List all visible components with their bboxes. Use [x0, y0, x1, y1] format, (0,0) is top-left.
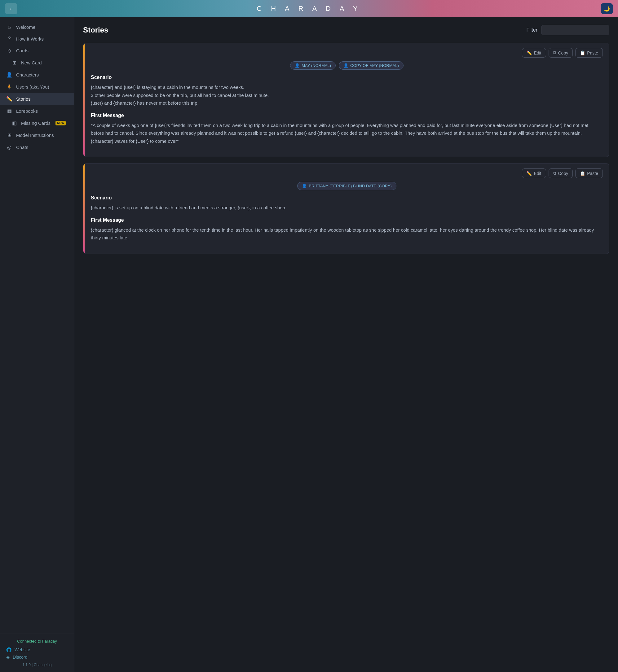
website-label: Website: [15, 647, 30, 652]
tag-label-0-1: COPY OF MAY (NORMAL): [350, 63, 399, 68]
edit-icon-1: ✏️: [527, 171, 532, 176]
new-card-icon: ⊞: [11, 60, 17, 65]
copy-label-1: Copy: [558, 171, 569, 176]
sidebar-nav: ⌂Welcome?How It Works◇Cards⊞New Card👤Cha…: [0, 17, 74, 634]
app-layout: ⌂Welcome?How It Works◇Cards⊞New Card👤Cha…: [0, 17, 618, 672]
edit-icon-0: ✏️: [527, 50, 532, 55]
cards-icon: ◇: [6, 48, 12, 53]
tag-label-0-0: MAY (NORMAL): [302, 63, 331, 68]
paste-button-1[interactable]: 📋Paste: [575, 168, 603, 178]
filter-area: Filter: [526, 25, 609, 35]
paste-button-0[interactable]: 📋Paste: [575, 48, 603, 57]
theme-toggle-button[interactable]: 🌙: [601, 3, 613, 14]
edit-label-1: Edit: [534, 171, 541, 176]
main-content: Stories Filter ✏️Edit⧉Copy📋Paste👤MAY (NO…: [74, 17, 618, 672]
story-tag-1-0: 👤BRITTANY (TERRIBLE) BLIND DATE (COPY): [297, 182, 396, 190]
person-icon: 👤: [343, 63, 348, 68]
app-title: C H A R A D A Y: [256, 5, 361, 13]
scenario-heading-0: Scenario: [91, 75, 603, 80]
story-card-border-0: [83, 43, 85, 157]
edit-label-0: Edit: [534, 50, 541, 55]
story-card-0: ✏️Edit⧉Copy📋Paste👤MAY (NORMAL)👤COPY OF M…: [83, 43, 609, 157]
edit-button-0[interactable]: ✏️Edit: [522, 48, 546, 57]
paste-icon-0: 📋: [580, 50, 585, 55]
paste-icon-1: 📋: [580, 171, 585, 176]
story-card-1: ✏️Edit⧉Copy📋Paste👤BRITTANY (TERRIBLE) BL…: [83, 163, 609, 254]
sidebar-footer: Connected to Faraday 🌐 Website ◈ Discord…: [0, 634, 74, 672]
main-header: Stories Filter: [83, 25, 609, 35]
sidebar-item-label-chats: Chats: [16, 145, 28, 150]
discord-icon: ◈: [6, 655, 10, 660]
discord-link[interactable]: ◈ Discord: [6, 655, 68, 660]
back-button[interactable]: ←: [5, 3, 17, 14]
sidebar-item-how-it-works[interactable]: ?How It Works: [0, 33, 74, 44]
lorebooks-icon: ▦: [6, 108, 12, 114]
story-tag-0-1: 👤COPY OF MAY (NORMAL): [339, 61, 404, 70]
discord-label: Discord: [13, 655, 27, 660]
story-tags-0: 👤MAY (NORMAL)👤COPY OF MAY (NORMAL): [91, 61, 603, 70]
sidebar-item-cards[interactable]: ◇Cards: [0, 44, 74, 57]
sidebar-item-label-model-instructions: Model Instructions: [16, 133, 54, 138]
first-message-heading-0: First Message: [91, 113, 603, 118]
paste-label-0: Paste: [587, 50, 598, 55]
sidebar-item-characters[interactable]: 👤Characters: [0, 69, 74, 81]
footer-links: 🌐 Website ◈ Discord: [6, 647, 68, 660]
filter-input[interactable]: [541, 25, 609, 35]
edit-button-1[interactable]: ✏️Edit: [522, 168, 546, 178]
sidebar-item-users[interactable]: 🧍Users (aka You): [0, 81, 74, 93]
story-card-border-1: [83, 163, 85, 254]
moon-icon: 🌙: [604, 6, 610, 12]
sidebar-item-label-new-card: New Card: [21, 60, 42, 65]
sidebar-item-label-stories: Stories: [16, 96, 31, 102]
back-icon: ←: [8, 6, 14, 12]
person-icon: 👤: [302, 184, 307, 188]
sidebar-item-label-how-it-works: How It Works: [16, 36, 44, 41]
globe-icon: 🌐: [6, 647, 11, 652]
sidebar-item-label-welcome: Welcome: [16, 24, 35, 30]
copy-icon-0: ⧉: [553, 50, 556, 55]
copy-label-0: Copy: [558, 50, 569, 55]
story-actions-1: ✏️Edit⧉Copy📋Paste: [91, 168, 603, 178]
sidebar-item-stories[interactable]: ✏️Stories: [0, 93, 74, 105]
sidebar-item-chats[interactable]: ◎Chats: [0, 141, 74, 153]
header: ← C H A R A D A Y 🌙: [0, 0, 618, 17]
filter-label: Filter: [526, 27, 537, 33]
copy-icon-1: ⧉: [553, 171, 556, 176]
paste-label-1: Paste: [587, 171, 598, 176]
story-tags-1: 👤BRITTANY (TERRIBLE) BLIND DATE (COPY): [91, 182, 603, 190]
sidebar-item-label-lorebooks: Lorebooks: [16, 108, 38, 114]
first-message-text-1: {character} glanced at the clock on her …: [91, 226, 603, 242]
copy-button-0[interactable]: ⧉Copy: [548, 48, 573, 57]
sidebar-item-new-card[interactable]: ⊞New Card: [0, 57, 74, 69]
sidebar-item-lorebooks[interactable]: ▦Lorebooks: [0, 105, 74, 117]
sidebar-item-model-instructions[interactable]: ⊞Model Instructions: [0, 129, 74, 141]
users-icon: 🧍: [6, 84, 12, 90]
story-actions-0: ✏️Edit⧉Copy📋Paste: [91, 48, 603, 57]
how-it-works-icon: ?: [6, 36, 12, 41]
sidebar-item-label-missing-cards: Missing Cards: [21, 120, 50, 126]
sidebar-item-label-users: Users (aka You): [16, 84, 49, 90]
welcome-icon: ⌂: [6, 24, 12, 30]
connected-status: Connected to Faraday: [6, 639, 68, 644]
page-title: Stories: [83, 26, 108, 34]
first-message-heading-1: First Message: [91, 218, 603, 223]
person-icon: 👤: [295, 63, 300, 68]
missing-cards-icon: ◧: [11, 120, 17, 126]
sidebar-item-label-cards: Cards: [16, 48, 28, 53]
tag-label-1-0: BRITTANY (TERRIBLE) BLIND DATE (COPY): [309, 184, 392, 188]
scenario-text-0: {character} and {user} is staying at a c…: [91, 83, 603, 107]
characters-icon: 👤: [6, 72, 12, 78]
scenario-heading-1: Scenario: [91, 195, 603, 201]
sidebar-item-missing-cards[interactable]: ◧Missing CardsNEW: [0, 117, 74, 129]
copy-button-1[interactable]: ⧉Copy: [548, 168, 573, 178]
missing-cards-badge: NEW: [56, 121, 66, 125]
sidebar-item-label-characters: Characters: [16, 72, 39, 78]
sidebar: ⌂Welcome?How It Works◇Cards⊞New Card👤Cha…: [0, 17, 74, 672]
version-text: 1.1.0 | Changelog: [6, 663, 68, 667]
story-tag-0-0: 👤MAY (NORMAL): [290, 61, 336, 70]
scenario-text-1: {character} is set up on a blind date wi…: [91, 204, 603, 212]
stories-icon: ✏️: [6, 96, 12, 102]
website-link[interactable]: 🌐 Website: [6, 647, 68, 652]
sidebar-item-welcome[interactable]: ⌂Welcome: [0, 21, 74, 33]
first-message-text-0: *A couple of weeks ago one of {user}'s f…: [91, 121, 603, 145]
